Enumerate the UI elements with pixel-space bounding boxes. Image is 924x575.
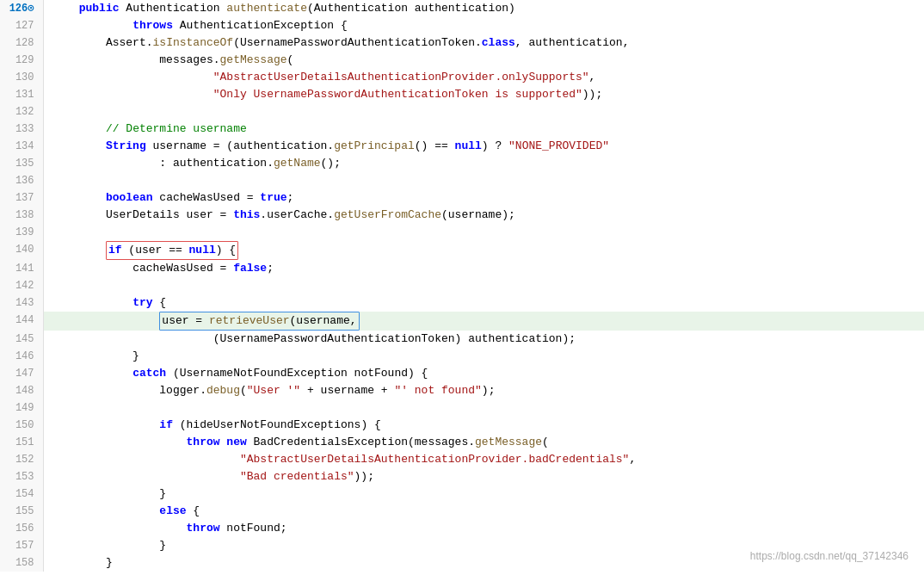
code-token: if	[159, 418, 173, 431]
table-row: 147 catch (UsernameNotFoundException not…	[0, 365, 924, 382]
line-number: 139	[0, 224, 43, 241]
code-token: {	[187, 504, 200, 517]
line-number: 151	[0, 434, 43, 451]
code-token: (UsernameNotFoundException notFound) {	[166, 367, 428, 380]
code-token: boolean	[106, 191, 153, 204]
code-token: ,	[629, 453, 636, 466]
code-token: ;	[287, 191, 294, 204]
table-row: 135 : authentication.getName();	[0, 155, 924, 172]
line-number: 155	[0, 503, 43, 520]
code-token: () ==	[415, 139, 455, 152]
code-token: ,	[589, 71, 596, 83]
table-row: 136	[0, 172, 924, 189]
line-number: 131	[0, 86, 43, 103]
table-row: 141 cacheWasUsed = false;	[0, 260, 924, 277]
code-token	[52, 122, 106, 135]
line-number: 128	[0, 34, 43, 52]
code-token: ));	[354, 470, 374, 483]
line-code	[43, 277, 924, 294]
table-row: 138 UserDetails user = this.userCache.ge…	[0, 207, 924, 224]
table-row: 145 (UsernamePasswordAuthenticationToken…	[0, 331, 924, 348]
code-token: public	[79, 2, 120, 15]
line-number: 136	[0, 172, 43, 189]
line-number: 150	[0, 417, 43, 434]
code-table: 126⊙ public Authentication authenticate(…	[0, 0, 924, 572]
line-number: 154	[0, 485, 43, 503]
code-token: throws	[132, 19, 173, 32]
table-row: 139	[0, 224, 924, 241]
line-number: 144	[0, 312, 43, 331]
code-token: "' not found"	[394, 384, 481, 397]
table-row: 128 Assert.isInstanceOf(UsernamePassword…	[0, 34, 924, 52]
line-code: catch (UsernameNotFoundException notFoun…	[43, 365, 924, 382]
line-number: 149	[0, 399, 43, 417]
code-token: "AbstractUserDetailsAuthenticationProvid…	[240, 453, 629, 466]
table-row: 150 if (hideUserNotFoundExceptions) {	[0, 417, 924, 434]
line-code: (UsernamePasswordAuthenticationToken) au…	[43, 331, 924, 348]
line-number: 132	[0, 103, 43, 121]
line-number: 134	[0, 138, 43, 155]
line-number: 133	[0, 121, 43, 138]
table-row: 130 "AbstractUserDetailsAuthenticationPr…	[0, 69, 924, 86]
code-token: isInstanceOf	[153, 36, 234, 49]
code-token: }	[52, 349, 139, 362]
code-token: (username);	[441, 208, 515, 221]
code-token: ) {	[360, 418, 380, 431]
code-token: getUserFromCache	[334, 208, 441, 221]
code-token: =	[213, 262, 233, 275]
code-token: ) ?	[482, 139, 508, 152]
line-code	[43, 224, 924, 241]
code-token: false	[233, 262, 267, 275]
line-number: 148	[0, 382, 43, 399]
code-token	[52, 367, 133, 380]
code-token: + username +	[300, 384, 394, 397]
code-token: username = (authentication.	[146, 139, 334, 152]
line-number: 127	[0, 17, 43, 34]
line-code: throw new BadCredentialsException(messag…	[43, 434, 924, 451]
line-code: }	[43, 485, 924, 503]
line-number: 156	[0, 520, 43, 537]
table-row: 140 if (user == null) {	[0, 241, 924, 260]
line-code: : authentication.getName();	[43, 155, 924, 172]
code-container: 126⊙ public Authentication authenticate(…	[0, 0, 924, 575]
code-token: throw	[187, 436, 220, 448]
table-row: 137 boolean cacheWasUsed = true;	[0, 189, 924, 207]
code-token: // Determine username	[106, 122, 247, 135]
line-code	[43, 172, 924, 189]
code-token: getMessage	[475, 436, 542, 448]
table-row: 127 throws AuthenticationException {	[0, 17, 924, 34]
table-row: 154 }	[0, 485, 924, 503]
code-token: (UsernamePasswordAuthenticationToken) au…	[52, 332, 576, 345]
line-number: 135	[0, 155, 43, 172]
code-token: (UsernamePasswordAuthenticationToken.	[233, 36, 482, 49]
code-token	[52, 71, 213, 83]
code-token	[52, 453, 240, 466]
code-token: class	[482, 36, 515, 49]
line-code: if (user == null) {	[43, 241, 924, 260]
code-token: notFound;	[220, 522, 287, 535]
code-token: ;	[267, 262, 274, 275]
code-token	[52, 88, 213, 101]
code-token: }	[52, 487, 167, 500]
line-number: 146	[0, 348, 43, 365]
code-token: , authentication,	[515, 36, 630, 49]
table-row: 155 else {	[0, 503, 924, 520]
line-code: boolean cacheWasUsed = true;	[43, 189, 924, 207]
code-token: (	[542, 436, 549, 448]
line-code: else {	[43, 503, 924, 520]
code-token	[52, 296, 133, 309]
line-number: 145	[0, 331, 43, 348]
line-number: 130	[0, 69, 43, 86]
line-code: "AbstractUserDetailsAuthenticationProvid…	[43, 69, 924, 86]
code-token: getMessage	[220, 53, 287, 66]
line-code	[43, 103, 924, 121]
line-number: 126⊙	[0, 0, 43, 17]
code-token: "Only UsernamePasswordAuthenticationToke…	[213, 88, 582, 101]
line-number: 142	[0, 277, 43, 294]
line-code: UserDetails user = this.userCache.getUse…	[43, 207, 924, 224]
code-token	[52, 19, 133, 32]
code-token: ();	[321, 157, 341, 170]
code-token: messages.	[52, 53, 220, 66]
code-token: hideUserNotFoundExceptions	[187, 418, 361, 431]
code-token: ));	[582, 88, 602, 101]
